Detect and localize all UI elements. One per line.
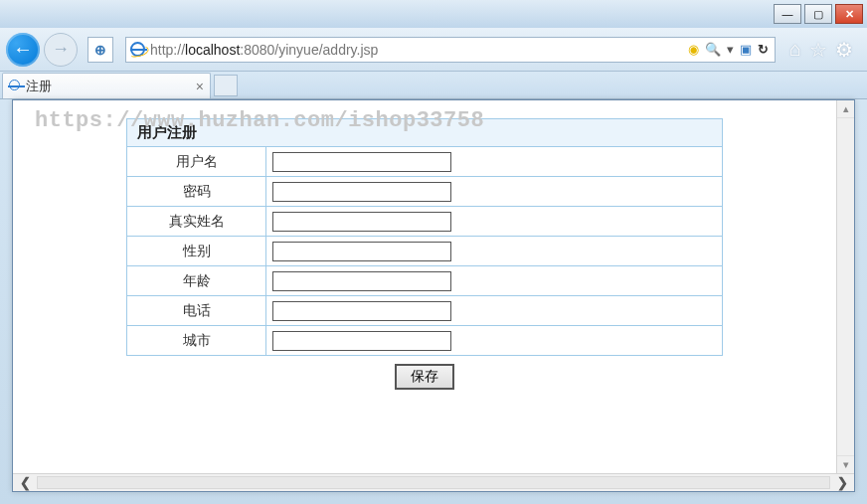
scroll-up-icon[interactable]: ▴: [837, 100, 854, 118]
tab-close-icon[interactable]: ×: [196, 79, 204, 94]
register-form: 用户注册 用户名 密码 真实姓名 性别 年龄: [126, 118, 723, 356]
scroll-left-icon[interactable]: ❮: [13, 474, 37, 491]
label-city: 城市: [127, 326, 266, 356]
minimize-button[interactable]: —: [774, 4, 801, 24]
input-gender[interactable]: [272, 242, 451, 261]
form-row-phone: 电话: [127, 296, 723, 326]
forward-button[interactable]: →: [44, 33, 78, 67]
scroll-down-icon[interactable]: ▾: [837, 455, 854, 473]
search-icon[interactable]: 🔍: [705, 42, 721, 57]
compat-view-button[interactable]: ⊕: [87, 37, 113, 63]
label-age: 年龄: [127, 266, 266, 296]
scroll-right-icon[interactable]: ❯: [830, 474, 854, 491]
form-row-city: 城市: [127, 326, 723, 356]
input-username[interactable]: [272, 152, 451, 172]
tab-strip: 注册 ×: [0, 72, 867, 99]
input-city[interactable]: [272, 331, 451, 351]
address-bar[interactable]: http://localhost:8080/yinyue/addry.jsp ◉…: [125, 37, 776, 63]
refresh-icon[interactable]: ↻: [758, 42, 769, 57]
image-icon[interactable]: ▣: [740, 42, 752, 57]
input-age[interactable]: [272, 271, 451, 291]
ie-icon: [9, 79, 20, 93]
tab-register[interactable]: 注册 ×: [2, 73, 211, 98]
label-username: 用户名: [127, 147, 266, 177]
window-titlebar: — ▢ ✕: [0, 0, 867, 28]
favorites-icon[interactable]: ☆: [809, 38, 827, 62]
new-tab-button[interactable]: [214, 75, 238, 96]
scroll-track[interactable]: [37, 476, 830, 489]
maximize-button[interactable]: ▢: [804, 4, 832, 24]
input-phone[interactable]: [272, 301, 451, 321]
url-text: http://localhost:8080/yinyue/addry.jsp: [148, 42, 682, 58]
page-viewport: https://www.huzhan.com/ishop33758 用户注册 用…: [12, 99, 855, 492]
horizontal-scrollbar[interactable]: ❮ ❯: [13, 473, 854, 491]
save-button[interactable]: 保存: [395, 364, 454, 390]
address-bar-icons: ◉ 🔍 ▾ ▣ ↻: [682, 42, 775, 57]
settings-icon[interactable]: ⚙: [835, 38, 853, 62]
page-content: https://www.huzhan.com/ishop33758 用户注册 用…: [13, 100, 836, 473]
form-row-username: 用户名: [127, 147, 723, 177]
site-icon: ◉: [688, 42, 699, 57]
plus-icon: ⊕: [94, 42, 106, 58]
label-realname: 真实姓名: [127, 207, 266, 237]
search-dropdown-icon[interactable]: ▾: [727, 42, 734, 57]
label-phone: 电话: [127, 296, 266, 326]
form-row-age: 年龄: [127, 266, 723, 296]
tab-title: 注册: [26, 78, 196, 95]
back-button[interactable]: ←: [6, 33, 40, 67]
home-icon[interactable]: ⌂: [789, 38, 801, 62]
input-realname[interactable]: [272, 212, 451, 232]
browser-controls: ⌂ ☆ ⚙: [781, 38, 861, 62]
label-password: 密码: [127, 177, 266, 207]
form-row-gender: 性别: [127, 237, 723, 266]
form-row-realname: 真实姓名: [127, 207, 723, 237]
form-title: 用户注册: [127, 119, 723, 147]
ie-icon: [126, 42, 148, 57]
form-row-password: 密码: [127, 177, 723, 207]
vertical-scrollbar[interactable]: ▴ ▾: [836, 100, 854, 473]
browser-toolbar: ← → ⊕ http://localhost:8080/yinyue/addry…: [0, 28, 867, 72]
close-button[interactable]: ✕: [835, 4, 863, 24]
input-password[interactable]: [272, 182, 451, 202]
label-gender: 性别: [127, 237, 266, 266]
